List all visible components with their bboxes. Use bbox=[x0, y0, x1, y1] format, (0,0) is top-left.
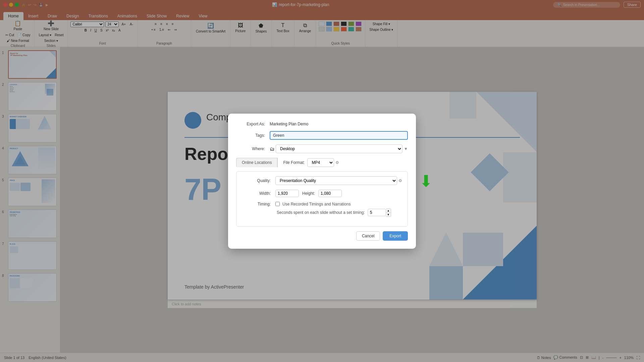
cancel-button[interactable]: Cancel bbox=[356, 231, 380, 241]
export-as-value: Marketing Plan Demo bbox=[270, 122, 408, 126]
export-button[interactable]: Export bbox=[383, 231, 408, 241]
file-format-label: File Format: bbox=[283, 160, 305, 165]
file-format-select[interactable]: MP4 AVI MOV bbox=[307, 158, 334, 167]
timing-checkbox-label: Use Recorded Timings and Narrations bbox=[282, 202, 351, 206]
height-input[interactable] bbox=[318, 190, 342, 197]
file-format-row: File Format: MP4 AVI MOV ⚙ bbox=[278, 158, 339, 167]
where-row: Where: 🗂 Desktop Documents Downloads ▼ bbox=[236, 144, 408, 153]
timing-row: Timing: Use Recorded Timings and Narrati… bbox=[242, 202, 402, 217]
width-label: Width: bbox=[242, 191, 275, 196]
width-input[interactable] bbox=[275, 190, 299, 197]
online-locations-tab[interactable]: Online Locations bbox=[236, 158, 277, 167]
quality-label: Quality: bbox=[242, 178, 275, 183]
where-select[interactable]: Desktop Documents Downloads bbox=[276, 144, 402, 153]
height-label: Height: bbox=[302, 191, 315, 196]
dialog-section-content: Quality: Presentation Quality Internet Q… bbox=[236, 171, 408, 227]
where-label: Where: bbox=[236, 146, 270, 151]
export-as-label: Export As: bbox=[236, 122, 270, 126]
quality-select-wrap: Presentation Quality Internet Quality Lo… bbox=[275, 176, 402, 185]
download-arrow-icon: ⬇ bbox=[419, 172, 433, 190]
timing-controls: Use Recorded Timings and Narrations bbox=[275, 202, 402, 206]
dimensions-row: Width: Height: bbox=[242, 190, 402, 197]
seconds-down-button[interactable]: ▼ bbox=[386, 213, 391, 217]
file-format-dropdown-icon[interactable]: ⚙ bbox=[335, 160, 339, 165]
tags-label: Tags: bbox=[236, 133, 270, 138]
quality-dropdown-icon[interactable]: ⚙ bbox=[398, 178, 402, 183]
dialog-tabs-row: Online Locations File Format: MP4 AVI MO… bbox=[236, 158, 408, 167]
export-dialog: Export As: Marketing Plan Demo Tags: Whe… bbox=[228, 114, 416, 249]
seconds-input[interactable] bbox=[368, 209, 386, 216]
where-select-wrap: 🗂 Desktop Documents Downloads ▼ bbox=[270, 144, 408, 153]
dialog-actions: Cancel Export bbox=[236, 231, 408, 241]
tags-row: Tags: bbox=[236, 131, 408, 140]
quality-select[interactable]: Presentation Quality Internet Quality Lo… bbox=[275, 176, 397, 185]
tags-input[interactable] bbox=[270, 131, 408, 140]
timing-checkbox[interactable] bbox=[275, 202, 280, 206]
modal-overlay: Export As: Marketing Plan Demo Tags: Whe… bbox=[0, 0, 644, 362]
where-dropdown-icon[interactable]: ▼ bbox=[404, 146, 408, 151]
quality-row: Quality: Presentation Quality Internet Q… bbox=[242, 176, 402, 185]
seconds-up-button[interactable]: ▲ bbox=[386, 209, 391, 213]
file-format-select-wrap: MP4 AVI MOV ⚙ bbox=[307, 158, 339, 167]
export-as-row: Export As: Marketing Plan Demo bbox=[236, 122, 408, 126]
timing-label: Timing: bbox=[242, 202, 275, 206]
seconds-label: Seconds spent on each slide without a se… bbox=[277, 210, 365, 215]
